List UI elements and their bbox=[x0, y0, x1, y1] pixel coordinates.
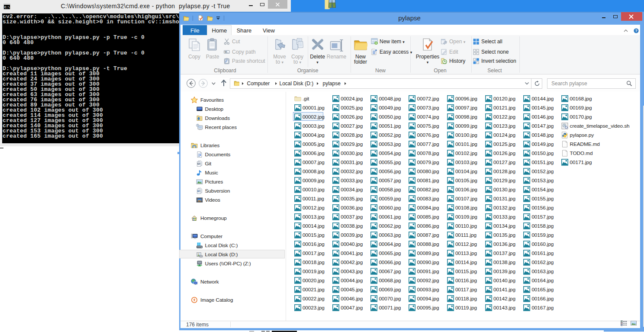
svg-text:C:\: C:\ bbox=[4, 6, 10, 9]
svg-text:?: ? bbox=[635, 29, 637, 33]
